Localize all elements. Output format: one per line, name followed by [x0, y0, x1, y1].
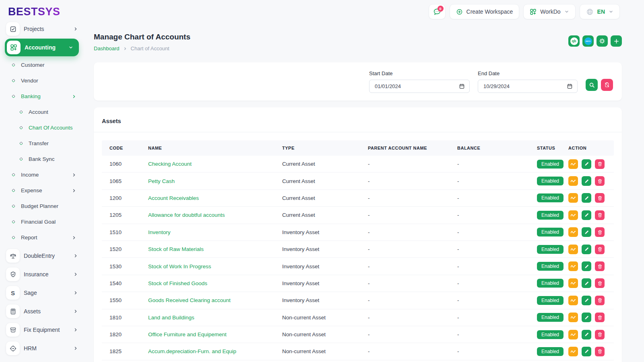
delete-button[interactable]: [595, 176, 605, 186]
start-date-input[interactable]: [369, 80, 470, 93]
end-date-input[interactable]: [478, 80, 578, 93]
account-name-link[interactable]: Checking Account: [148, 161, 282, 167]
add-account-button[interactable]: [611, 35, 622, 47]
reset-filter-button[interactable]: [601, 79, 613, 91]
sidebar-item-financial-goal[interactable]: Financial Goal: [0, 214, 89, 230]
sidebar-item-sage[interactable]: S Sage: [0, 284, 89, 302]
delete-button[interactable]: [595, 261, 605, 271]
transactions-button[interactable]: [568, 261, 578, 271]
sidebar-item-budget-planner[interactable]: Budget Planner: [0, 198, 89, 214]
transactions-button[interactable]: [568, 278, 578, 288]
xero-button[interactable]: xero: [582, 35, 594, 47]
edit-button[interactable]: [582, 159, 591, 169]
edit-button[interactable]: [582, 245, 591, 254]
settings-button[interactable]: [597, 35, 608, 47]
sidebar-item-report[interactable]: Report: [0, 230, 89, 245]
edit-button[interactable]: [582, 176, 591, 186]
chevron-right-icon: [73, 272, 78, 277]
plus-icon: [613, 38, 619, 44]
transactions-button[interactable]: [568, 347, 578, 356]
end-date-label: End Date: [478, 70, 578, 76]
calendar-icon[interactable]: [567, 83, 573, 89]
edit-button[interactable]: [582, 278, 591, 288]
wave-icon: [570, 212, 576, 218]
delete-button[interactable]: [595, 278, 605, 288]
sidebar-item-hrm[interactable]: HRM: [0, 339, 89, 357]
delete-button[interactable]: [595, 347, 605, 356]
delete-button[interactable]: [595, 245, 605, 254]
account-name-link[interactable]: Inventory: [148, 229, 282, 235]
sidebar-item-income[interactable]: Income: [0, 167, 89, 183]
transactions-button[interactable]: [568, 210, 578, 220]
account-name-link[interactable]: Accum.depreciation-Furn. and Equip: [148, 348, 282, 354]
account-name-link[interactable]: Stock of Finished Goods: [148, 280, 282, 286]
sidebar-item-doubleentry[interactable]: DoubleEntry: [0, 247, 89, 265]
quickbooks-button[interactable]: qb: [568, 35, 580, 47]
delete-button[interactable]: [595, 296, 605, 305]
sidebar-item-insurance[interactable]: Insurance: [0, 265, 89, 283]
sidebar-item-expense[interactable]: Expense: [0, 183, 89, 198]
shield-check-icon: [6, 267, 20, 281]
account-name-link[interactable]: Goods Received Clearing account: [148, 297, 282, 303]
table-row: 1520 Stock of Raw Materials Inventory As…: [102, 241, 614, 258]
trash-icon: [597, 281, 603, 286]
sidebar-item-projects[interactable]: Projects: [0, 20, 89, 38]
parent-account: -: [368, 263, 457, 269]
account-name-link[interactable]: Stock of Work In Progress: [148, 263, 282, 269]
end-date-value[interactable]: [483, 83, 567, 90]
grid-plus-icon: [530, 8, 537, 15]
delete-button[interactable]: [595, 330, 605, 339]
sidebar-item-customer[interactable]: Customer: [0, 57, 89, 73]
sidebar-item-assets[interactable]: Assets: [0, 302, 89, 320]
trash-icon: [597, 315, 603, 320]
transactions-button[interactable]: [568, 296, 578, 305]
account-name-link[interactable]: Allowance for doubtful accounts: [148, 212, 282, 218]
start-date-value[interactable]: [374, 83, 459, 90]
header-actions: 0 Create Workspace WorkDo: [429, 4, 620, 19]
page-head: Manage Chart of Accounts Dashboard Chart…: [94, 33, 622, 51]
account-code: 1205: [109, 212, 148, 218]
transactions-button[interactable]: [568, 330, 578, 339]
delete-button[interactable]: [595, 193, 605, 203]
edit-button[interactable]: [582, 330, 591, 339]
edit-button[interactable]: [582, 296, 591, 305]
transactions-button[interactable]: [568, 193, 578, 203]
delete-button[interactable]: [595, 313, 605, 322]
transactions-button[interactable]: [568, 159, 578, 169]
transactions-button[interactable]: [568, 313, 578, 322]
edit-button[interactable]: [582, 347, 591, 356]
edit-button[interactable]: [582, 313, 591, 322]
workspace-dropdown[interactable]: WorkDo: [523, 4, 575, 19]
delete-button[interactable]: [595, 159, 605, 169]
chevron-right-icon: [72, 173, 76, 177]
edit-button[interactable]: [582, 210, 591, 220]
account-name-link[interactable]: Land and Buildings: [148, 315, 282, 321]
transactions-button[interactable]: [568, 245, 578, 254]
account-name-link[interactable]: Account Receivables: [148, 195, 282, 201]
sidebar-item-accounting[interactable]: Accounting: [5, 39, 79, 56]
account-name-link[interactable]: Office Furniture and Equipement: [148, 331, 282, 337]
create-workspace-button[interactable]: Create Workspace: [450, 4, 520, 19]
sidebar-item-chart-of-accounts[interactable]: Chart Of Accounts: [0, 120, 89, 136]
sidebar-item-vendor[interactable]: Vendor: [0, 73, 89, 88]
search-button[interactable]: [586, 79, 598, 91]
sidebar-item-fix-equipment[interactable]: Fix Equipment: [0, 321, 89, 339]
calendar-icon[interactable]: [459, 83, 465, 89]
account-name-link[interactable]: Petty Cash: [148, 178, 282, 184]
edit-button[interactable]: [582, 193, 591, 203]
transactions-button[interactable]: [568, 227, 578, 237]
transactions-button[interactable]: [568, 176, 578, 186]
messages-button[interactable]: 0: [429, 4, 446, 19]
sidebar-item-bank-sync[interactable]: Bank Sync: [0, 151, 89, 167]
bullet-icon: [19, 157, 23, 161]
account-name-link[interactable]: Stock of Raw Materials: [148, 246, 282, 252]
edit-button[interactable]: [582, 227, 591, 237]
breadcrumb-dashboard-link[interactable]: Dashboard: [94, 45, 120, 51]
delete-button[interactable]: [595, 210, 605, 220]
sidebar-item-banking[interactable]: Banking: [0, 88, 89, 104]
language-dropdown[interactable]: EN: [580, 4, 620, 19]
delete-button[interactable]: [595, 227, 605, 237]
sidebar-item-transfer[interactable]: Transfer: [0, 136, 89, 151]
edit-button[interactable]: [582, 261, 591, 271]
sidebar-item-account[interactable]: Account: [0, 104, 89, 120]
